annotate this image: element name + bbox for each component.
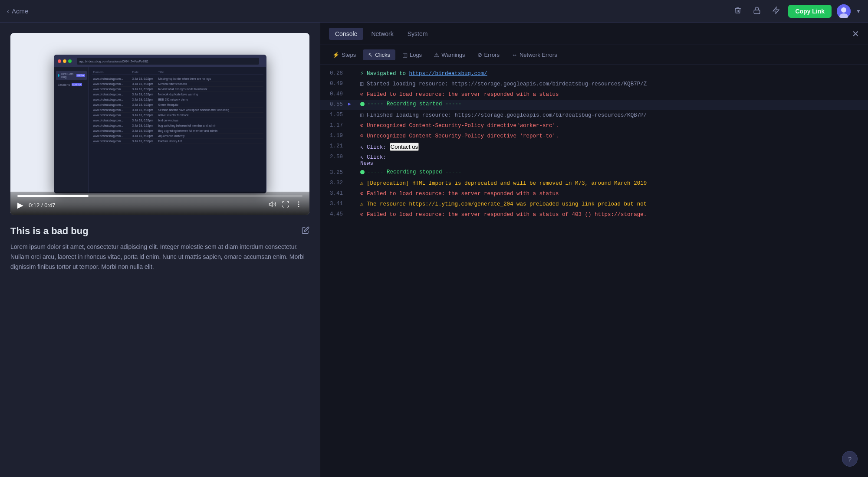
row-domain: www.birdeatsbug.com... bbox=[93, 134, 132, 137]
log-time: 0.55 bbox=[327, 101, 343, 108]
warnings-icon: ⚠ bbox=[434, 52, 439, 58]
log-time: 1.17 bbox=[327, 122, 343, 128]
tab-console[interactable]: Console bbox=[329, 28, 363, 40]
log-time: 0.49 bbox=[327, 91, 343, 97]
sidebar-nav-label-2: Sessions bbox=[58, 83, 70, 86]
log-time: 3.41 bbox=[327, 200, 343, 207]
edit-icon[interactable] bbox=[302, 226, 309, 236]
table-row: www.birdeatsbug.com... 3 Jul 18, 6:32pm … bbox=[92, 123, 263, 128]
svg-point-7 bbox=[298, 204, 299, 205]
row-title: Aquamarine Butterfly bbox=[158, 134, 262, 137]
row-title: Review of all changes made to network bbox=[158, 88, 262, 91]
help-button[interactable]: ? bbox=[842, 451, 858, 467]
progress-bar[interactable] bbox=[17, 195, 302, 197]
svg-rect-0 bbox=[754, 10, 760, 13]
browser-body: Bird Eats Bug BETA Sessions EXTRA bbox=[54, 67, 266, 193]
copy-link-button[interactable]: Copy Link bbox=[788, 5, 832, 18]
log-row: 1.21↖ Click: Contact us bbox=[320, 141, 868, 152]
log-play-indicator: ▶ bbox=[348, 101, 355, 107]
table-row: www.birdeatsbug.com... 3 Jul 18, 6:32pm … bbox=[92, 102, 263, 108]
row-title: native selector feedback bbox=[158, 114, 262, 117]
trash-button[interactable] bbox=[731, 4, 745, 18]
fullscreen-icon[interactable] bbox=[282, 200, 289, 210]
video-screen: app.birdeatsbug.com/sessions/d5f64rt7yYe… bbox=[10, 33, 309, 215]
console-tabs: ConsoleNetworkSystem bbox=[329, 28, 434, 40]
table-row: www.birdeatsbug.com... 3 Jul 18, 6:32pm … bbox=[92, 108, 263, 113]
row-date: 3 Jul 18, 6:32pm bbox=[132, 103, 158, 106]
log-content: ⊘ Unrecognized Content-Security-Policy d… bbox=[360, 122, 861, 129]
col-header-title: Title bbox=[158, 71, 262, 74]
main-content: app.birdeatsbug.com/sessions/d5f64rt7yYe… bbox=[0, 23, 868, 477]
row-title: BEB-292 network demo bbox=[158, 98, 262, 101]
log-row: 0.55▶----- Recording started ----- bbox=[320, 100, 868, 110]
log-time: 3.25 bbox=[327, 169, 343, 176]
row-date: 3 Jul 18, 6:32pm bbox=[132, 98, 158, 101]
svg-point-6 bbox=[298, 202, 299, 203]
table-row: www.birdeatsbug.com... 3 Jul 18, 6:32pm … bbox=[92, 92, 263, 97]
network-errors-icon: ↔ bbox=[512, 52, 517, 58]
avatar[interactable] bbox=[837, 4, 851, 18]
table-row: www.birdeatsbug.com... 3 Jul 18, 6:32pm … bbox=[92, 87, 263, 92]
filter-tab-label: Clicks bbox=[375, 52, 390, 58]
browser-url-bar: app.birdeatsbug.com/sessions/d5f64rt7yYe… bbox=[77, 58, 259, 65]
filter-tab-logs[interactable]: ◫Logs bbox=[397, 49, 427, 60]
row-title: Network duplicate keys warning bbox=[158, 93, 262, 96]
play-button[interactable]: ▶ bbox=[17, 200, 23, 210]
question-mark-icon: ? bbox=[848, 455, 852, 463]
filter-tab-label: Warnings bbox=[441, 52, 465, 58]
table-row: www.birdeatsbug.com... 3 Jul 18, 6:32pm … bbox=[92, 128, 263, 134]
row-domain: www.birdeatsbug.com... bbox=[93, 124, 132, 127]
bug-title-row: This is a bad bug bbox=[10, 225, 309, 237]
right-panel: ConsoleNetworkSystem ✕ ⚡Steps↖Clicks◫Log… bbox=[320, 23, 868, 477]
filter-tabs: ⚡Steps↖Clicks◫Logs⚠Warnings⊘Errors↔Netwo… bbox=[320, 45, 868, 65]
filter-tab-warnings[interactable]: ⚠Warnings bbox=[429, 49, 470, 60]
log-time: 0.28 bbox=[327, 70, 343, 76]
log-time: 3.32 bbox=[327, 180, 343, 186]
row-date: 3 Jul 18, 6:32pm bbox=[132, 140, 158, 143]
close-button[interactable]: ✕ bbox=[852, 29, 859, 39]
console-log-area: 0.28⚡ Navigated to https://birdeatsbug.c… bbox=[320, 65, 868, 477]
log-row: 0.28⚡ Navigated to https://birdeatsbug.c… bbox=[320, 69, 868, 79]
sidebar-nav-badge: BETA bbox=[76, 74, 85, 77]
bolt-button[interactable] bbox=[769, 4, 783, 18]
browser-sidebar: Bird Eats Bug BETA Sessions EXTRA bbox=[54, 67, 89, 193]
row-domain: www.birdeatsbug.com... bbox=[93, 77, 132, 80]
controls-right bbox=[269, 200, 302, 210]
log-time: 2.59 bbox=[327, 154, 343, 160]
log-time: 1.19 bbox=[327, 132, 343, 139]
filter-tab-steps[interactable]: ⚡Steps bbox=[327, 49, 361, 60]
log-row: 1.05◫ Finished loading resource: https:/… bbox=[320, 110, 868, 121]
topbar-right: Copy Link ▼ bbox=[731, 4, 861, 18]
filter-tab-network-errors[interactable]: ↔Network Errors bbox=[506, 49, 562, 60]
chevron-left-icon: ‹ bbox=[7, 7, 9, 15]
filter-tab-errors[interactable]: ⊘Errors bbox=[472, 49, 505, 60]
lock-button[interactable] bbox=[750, 4, 764, 18]
console-header: ConsoleNetworkSystem ✕ bbox=[320, 23, 868, 45]
back-button[interactable]: ‹ Acme bbox=[7, 7, 28, 15]
tab-system[interactable]: System bbox=[401, 28, 434, 40]
video-controls: ▶ 0:12 / 0:47 bbox=[10, 192, 309, 215]
total-time: 0:47 bbox=[44, 202, 55, 209]
browser-screenshot: app.birdeatsbug.com/sessions/d5f64rt7yYe… bbox=[54, 55, 266, 193]
row-date: 3 Jul 18, 6:32pm bbox=[132, 134, 158, 137]
log-row: 3.25----- Recording stopped ----- bbox=[320, 168, 868, 178]
tab-network[interactable]: Network bbox=[365, 28, 399, 40]
bolt-icon bbox=[772, 7, 780, 16]
more-options-icon[interactable] bbox=[295, 200, 302, 210]
row-domain: www.birdeatsbug.com... bbox=[93, 129, 132, 132]
volume-icon[interactable] bbox=[269, 200, 276, 210]
dropdown-arrow-icon[interactable]: ▼ bbox=[856, 8, 861, 14]
bug-title: This is a bad bug bbox=[10, 225, 89, 237]
filter-tab-clicks[interactable]: ↖Clicks bbox=[363, 49, 395, 60]
table-row: www.birdeatsbug.com... 3 Jul 18, 6:32pm … bbox=[92, 113, 263, 118]
row-domain: www.birdeatsbug.com... bbox=[93, 82, 132, 85]
row-date: 3 Jul 18, 6:32pm bbox=[132, 114, 158, 117]
row-title: Fuchsia Honey Ant bbox=[158, 140, 262, 143]
row-domain: www.birdeatsbug.com... bbox=[93, 98, 132, 101]
log-content: ◫ Started loading resource: https://stor… bbox=[360, 80, 861, 87]
browser-sidebar-item: Bird Eats Bug BETA bbox=[56, 71, 87, 80]
row-title: Missing top border when there are no log… bbox=[158, 77, 262, 80]
row-domain: www.birdeatsbug.com... bbox=[93, 119, 132, 122]
log-row: 1.19⊘ Unrecognized Content-Security-Poli… bbox=[320, 131, 868, 141]
browser-maximize-dot bbox=[68, 59, 72, 63]
